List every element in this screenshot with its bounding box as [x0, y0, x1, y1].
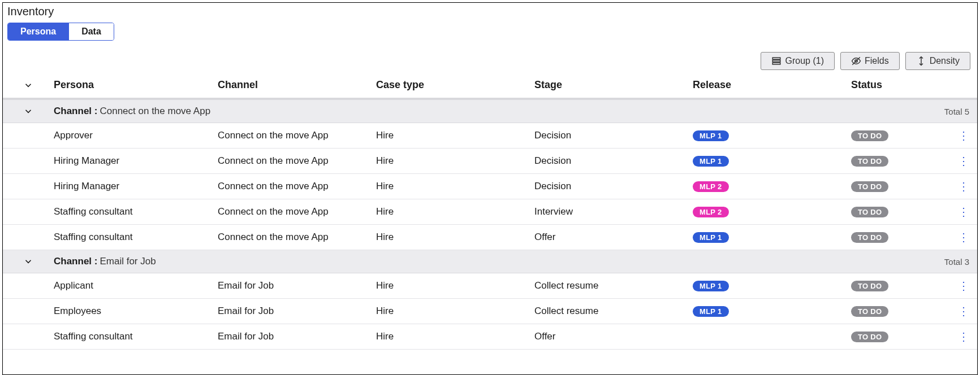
header-release[interactable]: Release — [693, 79, 851, 91]
cell-status: TO DO — [851, 232, 949, 243]
table-row[interactable]: Hiring ManagerConnect on the move AppHir… — [3, 149, 977, 174]
table-row[interactable]: ApproverConnect on the move AppHireDecis… — [3, 123, 977, 149]
toolbar: Group (1) Fields Density — [3, 52, 977, 73]
row-actions-button[interactable]: ⋮ — [949, 306, 977, 317]
release-badge: MLP 1 — [693, 130, 729, 141]
cell-persona: Hiring Manager — [54, 155, 218, 167]
cell-release: MLP 1 — [693, 232, 851, 243]
cell-stage: Decision — [534, 155, 693, 167]
release-badge: MLP 2 — [693, 207, 729, 217]
table-header-row: Persona Channel Case type Stage Release … — [3, 73, 977, 100]
cell-persona: Approver — [54, 130, 218, 141]
cell-status: TO DO — [851, 280, 949, 291]
cell-channel: Email for Job — [218, 331, 376, 342]
row-actions-button[interactable]: ⋮ — [949, 331, 977, 342]
status-badge: TO DO — [851, 332, 888, 342]
header-persona[interactable]: Persona — [54, 79, 218, 91]
cell-channel: Connect on the move App — [218, 181, 376, 192]
cell-status: TO DO — [851, 206, 949, 217]
status-badge: TO DO — [851, 306, 888, 317]
status-badge: TO DO — [851, 207, 888, 217]
tabs-row: PersonaData — [3, 23, 977, 52]
table-row[interactable]: Staffing consultantConnect on the move A… — [3, 199, 977, 225]
group-icon — [771, 56, 782, 66]
cell-stage: Collect resume — [534, 306, 693, 317]
cell-persona: Staffing consultant — [54, 331, 218, 342]
status-badge: TO DO — [851, 232, 888, 243]
cell-persona: Staffing consultant — [54, 206, 218, 217]
release-badge: MLP 1 — [693, 156, 729, 167]
table-row[interactable]: EmployeesEmail for JobHireCollect resume… — [3, 299, 977, 324]
more-vert-icon: ⋮ — [958, 232, 968, 243]
group-label: Channel : — [54, 106, 97, 117]
header-status[interactable]: Status — [851, 79, 949, 91]
group-label: Channel : — [54, 256, 97, 267]
fields-button-label: Fields — [865, 56, 889, 66]
cell-release: MLP 1 — [693, 155, 851, 167]
eye-off-icon — [851, 56, 861, 66]
density-button-label: Density — [930, 56, 960, 66]
more-vert-icon: ⋮ — [958, 306, 968, 317]
app-frame: Inventory PersonaData Group (1) Fields D… — [2, 2, 978, 375]
cell-status: TO DO — [851, 181, 949, 192]
cell-casetype: Hire — [376, 155, 534, 167]
cell-stage: Interview — [534, 206, 693, 217]
table-row[interactable]: Staffing consultantConnect on the move A… — [3, 225, 977, 250]
svg-rect-1 — [773, 60, 781, 62]
data-table: Persona Channel Case type Stage Release … — [3, 73, 977, 350]
group-toggle[interactable] — [3, 106, 54, 116]
density-button[interactable]: Density — [905, 52, 970, 70]
cell-release: MLP 1 — [693, 306, 851, 317]
header-casetype[interactable]: Case type — [376, 79, 534, 91]
expand-all-toggle[interactable] — [3, 80, 54, 90]
group-total: Total 3 — [944, 257, 977, 267]
row-actions-button[interactable]: ⋮ — [949, 232, 977, 243]
cell-persona: Applicant — [54, 280, 218, 291]
more-vert-icon: ⋮ — [958, 331, 968, 342]
group-button[interactable]: Group (1) — [761, 52, 834, 70]
cell-casetype: Hire — [376, 181, 534, 192]
cell-casetype: Hire — [376, 130, 534, 141]
tab-data[interactable]: Data — [68, 23, 114, 40]
group-row[interactable]: Channel : Email for JobTotal 3 — [3, 250, 977, 273]
cell-casetype: Hire — [376, 232, 534, 243]
table-row[interactable]: Hiring ManagerConnect on the move AppHir… — [3, 174, 977, 199]
cell-casetype: Hire — [376, 306, 534, 317]
group-toggle[interactable] — [3, 256, 54, 267]
header-stage[interactable]: Stage — [534, 79, 693, 91]
cell-persona: Hiring Manager — [54, 181, 218, 192]
cell-status: TO DO — [851, 331, 949, 342]
tabs: PersonaData — [7, 23, 114, 41]
release-badge: MLP 2 — [693, 181, 729, 192]
cell-stage: Decision — [534, 130, 693, 141]
chevron-down-icon — [23, 106, 33, 116]
cell-channel: Connect on the move App — [218, 130, 376, 141]
cell-persona: Employees — [54, 306, 218, 317]
group-row[interactable]: Channel : Connect on the move AppTotal 5 — [3, 100, 977, 123]
density-icon — [916, 56, 926, 66]
row-actions-button[interactable]: ⋮ — [949, 206, 977, 217]
row-actions-button[interactable]: ⋮ — [949, 280, 977, 291]
group-button-label: Group (1) — [785, 56, 823, 66]
row-actions-button[interactable]: ⋮ — [949, 130, 977, 141]
more-vert-icon: ⋮ — [958, 155, 968, 167]
row-actions-button[interactable]: ⋮ — [949, 181, 977, 192]
table-row[interactable]: ApplicantEmail for JobHireCollect resume… — [3, 273, 977, 299]
cell-release: MLP 1 — [693, 280, 851, 291]
cell-status: TO DO — [851, 155, 949, 167]
cell-channel: Email for Job — [218, 280, 376, 291]
group-value: Connect on the move App — [100, 106, 210, 117]
row-actions-button[interactable]: ⋮ — [949, 155, 977, 167]
fields-button[interactable]: Fields — [840, 52, 900, 70]
group-value: Email for Job — [100, 256, 156, 267]
chevron-down-icon — [23, 80, 33, 90]
table-row[interactable]: Staffing consultantEmail for JobHireOffe… — [3, 324, 977, 350]
header-channel[interactable]: Channel — [218, 79, 376, 91]
svg-rect-2 — [773, 63, 781, 64]
cell-release: MLP 1 — [693, 130, 851, 141]
status-badge: TO DO — [851, 156, 888, 167]
cell-status: TO DO — [851, 306, 949, 317]
cell-release: MLP 2 — [693, 181, 851, 192]
chevron-down-icon — [23, 256, 33, 267]
tab-persona[interactable]: Persona — [8, 23, 68, 40]
